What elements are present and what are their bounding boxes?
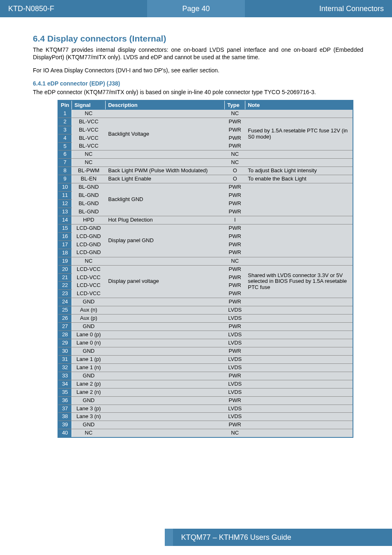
- table-row: 14HPDHot Plug DetectionI: [58, 216, 353, 224]
- cell-note: [245, 323, 353, 331]
- cell-type: PWR: [225, 372, 245, 380]
- subsection-title: 6.4.1 eDP connector (EDP) (J38): [33, 80, 363, 87]
- cell-type: LVDS: [225, 331, 245, 339]
- cell-description: [106, 331, 225, 339]
- cell-description: [106, 363, 225, 372]
- cell-type: PWR: [225, 323, 245, 331]
- cell-note: [245, 421, 353, 429]
- cell-note: [245, 331, 353, 339]
- cell-description: [106, 388, 225, 396]
- cell-signal: Lane 3 (n): [72, 413, 106, 421]
- cell-type: NC: [225, 109, 245, 118]
- cell-signal: LCD-GND: [72, 232, 106, 240]
- cell-signal: GND: [72, 396, 106, 405]
- cell-type: PWR: [225, 192, 245, 200]
- cell-type: PWR: [225, 347, 245, 355]
- cell-pin: 27: [58, 323, 72, 331]
- cell-signal: BL-PWM: [72, 167, 106, 175]
- cell-note: To adjust Back Light intensity: [245, 167, 353, 175]
- cell-signal: Aux (p): [72, 314, 106, 323]
- th-type: Type: [225, 100, 245, 110]
- table-row: 24GNDPWR: [58, 298, 353, 306]
- cell-type: LVDS: [225, 413, 245, 421]
- cell-note: [245, 224, 353, 257]
- cell-type: PWR: [225, 118, 245, 126]
- cell-type: PWR: [225, 298, 245, 306]
- cell-type: LVDS: [225, 380, 245, 388]
- cell-type: PWR: [225, 224, 245, 232]
- cell-note: [245, 380, 353, 388]
- table-row: 29Lane 0 (n)LVDS: [58, 339, 353, 347]
- cell-signal: BL-VCC: [72, 126, 106, 134]
- cell-description: [106, 413, 225, 421]
- subsection-text: The eDP connector (KTQM77/mITX only) is …: [33, 88, 363, 96]
- cell-signal: Lane 2 (p): [72, 380, 106, 388]
- cell-description: Backlight GND: [106, 183, 225, 216]
- cell-description: [106, 298, 225, 306]
- cell-description: [106, 421, 225, 429]
- table-row: 26Aux (p)LVDS: [58, 314, 353, 323]
- cell-signal: NC: [72, 109, 106, 118]
- cell-type: PWR: [225, 282, 245, 290]
- cell-description: [106, 257, 225, 265]
- cell-pin: 35: [58, 388, 72, 396]
- cell-pin: 1: [58, 109, 72, 118]
- cell-note: [245, 159, 353, 167]
- table-row: 28Lane 0 (p)LVDS: [58, 331, 353, 339]
- cell-type: PWR: [225, 200, 245, 208]
- cell-note: [245, 413, 353, 421]
- cell-description: [106, 429, 225, 437]
- cell-note: Shared with LVDS connector 3.3V or 5V se…: [245, 265, 353, 298]
- section-intro-2: For IO Area Display Connectors (DVI-I an…: [33, 67, 363, 74]
- cell-pin: 17: [58, 240, 72, 249]
- cell-signal: BL-VCC: [72, 118, 106, 126]
- cell-signal: LCD-GND: [72, 249, 106, 257]
- header-section-name: Internal Connectors: [245, 0, 392, 17]
- table-row: 15LCD-GNDDisplay panel GNDPWR: [58, 224, 353, 232]
- main-content: 6.4 Display connectors (Internal) The KT…: [0, 17, 392, 450]
- cell-pin: 26: [58, 314, 72, 323]
- cell-note: [245, 306, 353, 314]
- header-page-number: Page 40: [147, 0, 245, 17]
- cell-type: O: [225, 175, 245, 183]
- cell-signal: NC: [72, 257, 106, 265]
- th-signal: Signal: [72, 100, 106, 110]
- cell-note: [245, 347, 353, 355]
- cell-pin: 29: [58, 339, 72, 347]
- cell-signal: Lane 0 (n): [72, 339, 106, 347]
- cell-note: [245, 388, 353, 396]
- cell-type: LVDS: [225, 355, 245, 363]
- cell-signal: NC: [72, 429, 106, 437]
- cell-signal: GND: [72, 421, 106, 429]
- table-row: 1NCNC: [58, 109, 353, 118]
- cell-signal: BL-VCC: [72, 142, 106, 150]
- cell-pin: 13: [58, 208, 72, 216]
- cell-type: PWR: [225, 421, 245, 429]
- header-doc-id: KTD-N0850-F: [0, 0, 147, 17]
- cell-description: [106, 314, 225, 323]
- cell-pin: 40: [58, 429, 72, 437]
- cell-type: PWR: [225, 134, 245, 142]
- cell-signal: LCD-VCC: [72, 290, 106, 298]
- cell-type: LVDS: [225, 306, 245, 314]
- cell-signal: Aux (n): [72, 306, 106, 314]
- cell-description: Backlight Voltage: [106, 118, 225, 150]
- th-description: Description: [106, 100, 225, 110]
- cell-note: [245, 355, 353, 363]
- cell-pin: 2: [58, 118, 72, 126]
- cell-description: [106, 159, 225, 167]
- table-row: 9BL-ENBack Light EnableOTo enable the Ba…: [58, 175, 353, 183]
- cell-pin: 21: [58, 273, 72, 282]
- cell-pin: 10: [58, 183, 72, 192]
- table-row: 39GNDPWR: [58, 421, 353, 429]
- header-bar: KTD-N0850-F Page 40 Internal Connectors: [0, 0, 392, 17]
- cell-note: Fused by 1.5A resetable PTC fuse 12V (in…: [245, 118, 353, 150]
- cell-signal: LCD-VCC: [72, 273, 106, 282]
- cell-pin: 19: [58, 257, 72, 265]
- table-row: 25Aux (n)LVDS: [58, 306, 353, 314]
- cell-signal: BL-GND: [72, 200, 106, 208]
- cell-signal: BL-GND: [72, 208, 106, 216]
- table-row: 7NCNC: [58, 159, 353, 167]
- cell-note: [245, 183, 353, 216]
- section-intro-1: The KTQM77 provides internal display con…: [33, 46, 363, 61]
